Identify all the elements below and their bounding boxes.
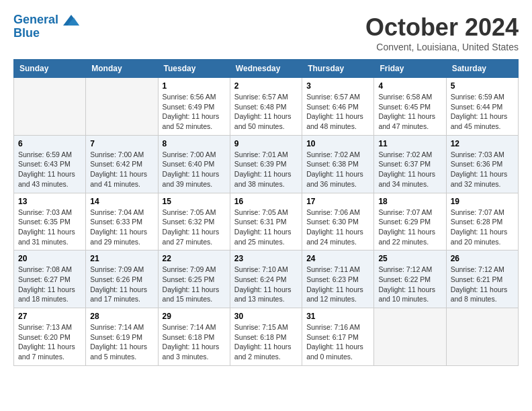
week-row-3: 13Sunrise: 7:03 AM Sunset: 6:35 PM Dayli…: [14, 193, 519, 250]
day-number: 12: [451, 139, 514, 148]
logo: General Blue: [13, 13, 79, 40]
calendar-cell: 25Sunrise: 7:12 AM Sunset: 6:22 PM Dayli…: [374, 250, 446, 308]
day-number: 25: [378, 254, 441, 263]
calendar-cell: 9Sunrise: 7:01 AM Sunset: 6:39 PM Daylig…: [230, 135, 302, 193]
day-number: 31: [306, 312, 369, 321]
day-info: Sunrise: 7:14 AM Sunset: 6:18 PM Dayligh…: [163, 322, 226, 362]
calendar-cell: [86, 78, 158, 136]
day-number: 6: [18, 139, 81, 148]
calendar-table: SundayMondayTuesdayWednesdayThursdayFrid…: [13, 59, 519, 366]
day-number: 20: [18, 254, 81, 263]
calendar-cell: [14, 78, 86, 136]
day-info: Sunrise: 7:14 AM Sunset: 6:19 PM Dayligh…: [90, 322, 153, 362]
page-header: General Blue October 2024 Convent, Louis…: [13, 13, 519, 52]
day-info: Sunrise: 7:16 AM Sunset: 6:17 PM Dayligh…: [306, 322, 369, 362]
calendar-cell: 13Sunrise: 7:03 AM Sunset: 6:35 PM Dayli…: [14, 193, 86, 250]
day-info: Sunrise: 7:12 AM Sunset: 6:21 PM Dayligh…: [451, 265, 514, 304]
calendar-cell: 4Sunrise: 6:58 AM Sunset: 6:45 PM Daylig…: [374, 78, 446, 136]
day-info: Sunrise: 6:57 AM Sunset: 6:48 PM Dayligh…: [234, 92, 298, 132]
calendar-cell: 12Sunrise: 7:03 AM Sunset: 6:36 PM Dayli…: [446, 135, 518, 193]
day-number: 17: [306, 197, 369, 206]
day-number: 13: [18, 197, 81, 206]
calendar-cell: 8Sunrise: 7:00 AM Sunset: 6:40 PM Daylig…: [158, 135, 230, 193]
day-number: 3: [306, 81, 369, 91]
calendar-cell: 21Sunrise: 7:09 AM Sunset: 6:26 PM Dayli…: [86, 250, 158, 308]
calendar-cell: 6Sunrise: 6:59 AM Sunset: 6:43 PM Daylig…: [14, 135, 86, 193]
day-number: 16: [234, 197, 298, 206]
day-info: Sunrise: 7:00 AM Sunset: 6:40 PM Dayligh…: [163, 150, 226, 189]
day-number: 8: [163, 139, 226, 148]
day-info: Sunrise: 7:05 AM Sunset: 6:32 PM Dayligh…: [163, 208, 226, 247]
day-info: Sunrise: 7:00 AM Sunset: 6:42 PM Dayligh…: [90, 150, 153, 189]
day-info: Sunrise: 6:59 AM Sunset: 6:43 PM Dayligh…: [18, 150, 81, 189]
day-info: Sunrise: 7:07 AM Sunset: 6:29 PM Dayligh…: [378, 208, 441, 247]
day-info: Sunrise: 7:15 AM Sunset: 6:18 PM Dayligh…: [234, 322, 298, 362]
calendar-cell: 1Sunrise: 6:56 AM Sunset: 6:49 PM Daylig…: [158, 78, 230, 136]
calendar-cell: 19Sunrise: 7:07 AM Sunset: 6:28 PM Dayli…: [446, 193, 518, 250]
day-info: Sunrise: 7:12 AM Sunset: 6:22 PM Dayligh…: [378, 265, 441, 304]
week-row-2: 6Sunrise: 6:59 AM Sunset: 6:43 PM Daylig…: [14, 135, 519, 193]
calendar-cell: 22Sunrise: 7:09 AM Sunset: 6:25 PM Dayli…: [158, 250, 230, 308]
calendar-cell: 15Sunrise: 7:05 AM Sunset: 6:32 PM Dayli…: [158, 193, 230, 250]
month-title: October 2024: [365, 13, 519, 42]
day-info: Sunrise: 7:02 AM Sunset: 6:37 PM Dayligh…: [378, 150, 441, 189]
day-info: Sunrise: 7:08 AM Sunset: 6:27 PM Dayligh…: [18, 265, 81, 304]
day-number: 1: [163, 81, 226, 91]
day-info: Sunrise: 7:09 AM Sunset: 6:26 PM Dayligh…: [90, 265, 153, 304]
day-info: Sunrise: 7:10 AM Sunset: 6:24 PM Dayligh…: [234, 265, 298, 304]
day-info: Sunrise: 7:04 AM Sunset: 6:33 PM Dayligh…: [90, 208, 153, 247]
calendar-cell: 23Sunrise: 7:10 AM Sunset: 6:24 PM Dayli…: [230, 250, 302, 308]
day-info: Sunrise: 6:57 AM Sunset: 6:46 PM Dayligh…: [306, 92, 369, 132]
calendar-cell: [446, 308, 518, 366]
day-info: Sunrise: 7:13 AM Sunset: 6:20 PM Dayligh…: [18, 322, 81, 362]
day-info: Sunrise: 6:59 AM Sunset: 6:44 PM Dayligh…: [451, 92, 514, 132]
day-number: 4: [378, 81, 441, 91]
header-friday: Friday: [374, 60, 446, 78]
calendar-cell: 16Sunrise: 7:05 AM Sunset: 6:31 PM Dayli…: [230, 193, 302, 250]
title-area: October 2024 Convent, Louisiana, United …: [365, 13, 519, 52]
week-row-4: 20Sunrise: 7:08 AM Sunset: 6:27 PM Dayli…: [14, 250, 519, 308]
day-number: 10: [306, 139, 369, 148]
logo-general: General: [13, 13, 58, 26]
calendar-cell: 26Sunrise: 7:12 AM Sunset: 6:21 PM Dayli…: [446, 250, 518, 308]
calendar-cell: 3Sunrise: 6:57 AM Sunset: 6:46 PM Daylig…: [302, 78, 374, 136]
calendar-cell: 17Sunrise: 7:06 AM Sunset: 6:30 PM Dayli…: [302, 193, 374, 250]
day-number: 21: [90, 254, 153, 263]
day-number: 22: [163, 254, 226, 263]
day-info: Sunrise: 7:11 AM Sunset: 6:23 PM Dayligh…: [306, 265, 369, 304]
day-info: Sunrise: 6:58 AM Sunset: 6:45 PM Dayligh…: [378, 92, 441, 132]
header-tuesday: Tuesday: [158, 60, 230, 78]
calendar-cell: 31Sunrise: 7:16 AM Sunset: 6:17 PM Dayli…: [302, 308, 374, 366]
location: Convent, Louisiana, United States: [365, 42, 519, 52]
week-row-1: 1Sunrise: 6:56 AM Sunset: 6:49 PM Daylig…: [14, 78, 519, 136]
day-number: 19: [451, 197, 514, 206]
logo-blue: Blue: [13, 26, 40, 40]
calendar-cell: 2Sunrise: 6:57 AM Sunset: 6:48 PM Daylig…: [230, 78, 302, 136]
header-thursday: Thursday: [302, 60, 374, 78]
day-info: Sunrise: 7:03 AM Sunset: 6:35 PM Dayligh…: [18, 208, 81, 247]
calendar-cell: 30Sunrise: 7:15 AM Sunset: 6:18 PM Dayli…: [230, 308, 302, 366]
day-number: 11: [378, 139, 441, 148]
day-number: 23: [234, 254, 298, 263]
calendar-cell: 24Sunrise: 7:11 AM Sunset: 6:23 PM Dayli…: [302, 250, 374, 308]
calendar-cell: 5Sunrise: 6:59 AM Sunset: 6:44 PM Daylig…: [446, 78, 518, 136]
day-number: 26: [451, 254, 514, 263]
calendar-cell: 11Sunrise: 7:02 AM Sunset: 6:37 PM Dayli…: [374, 135, 446, 193]
day-info: Sunrise: 7:07 AM Sunset: 6:28 PM Dayligh…: [451, 208, 514, 247]
header-sunday: Sunday: [14, 60, 86, 78]
calendar-cell: 10Sunrise: 7:02 AM Sunset: 6:38 PM Dayli…: [302, 135, 374, 193]
day-info: Sunrise: 7:05 AM Sunset: 6:31 PM Dayligh…: [234, 208, 298, 247]
day-number: 5: [451, 81, 514, 91]
day-number: 7: [90, 139, 153, 148]
day-info: Sunrise: 7:06 AM Sunset: 6:30 PM Dayligh…: [306, 208, 369, 247]
day-number: 27: [18, 312, 81, 321]
day-info: Sunrise: 6:56 AM Sunset: 6:49 PM Dayligh…: [163, 92, 226, 132]
calendar-cell: 14Sunrise: 7:04 AM Sunset: 6:33 PM Dayli…: [86, 193, 158, 250]
header-monday: Monday: [86, 60, 158, 78]
day-info: Sunrise: 7:02 AM Sunset: 6:38 PM Dayligh…: [306, 150, 369, 189]
day-number: 24: [306, 254, 369, 263]
day-number: 30: [234, 312, 298, 321]
day-number: 29: [163, 312, 226, 321]
day-number: 28: [90, 312, 153, 321]
calendar-cell: 27Sunrise: 7:13 AM Sunset: 6:20 PM Dayli…: [14, 308, 86, 366]
